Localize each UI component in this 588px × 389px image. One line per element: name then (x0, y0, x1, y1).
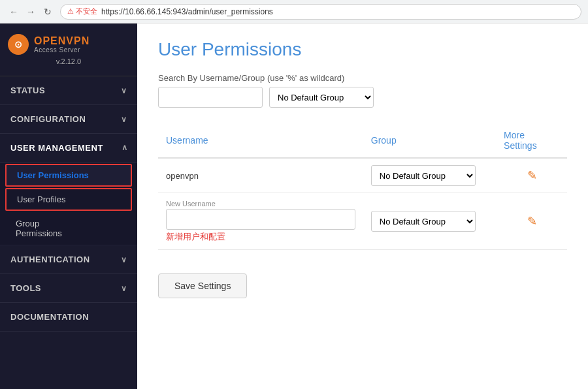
browser-bar: ← → ↻ 不安全 https://10.66.66.145:943/admin… (0, 0, 588, 23)
logo-brand: OPENVPN (34, 35, 90, 47)
th-username: Username (158, 123, 363, 158)
search-controls: No Default Group (158, 87, 567, 108)
status-chevron: ∨ (121, 86, 127, 95)
logo-icon: ⊙ (8, 34, 29, 55)
main-content: User Permissions Search By Username/Grou… (137, 23, 588, 389)
new-username-label: New Username (166, 200, 355, 208)
sidebar-item-authentication[interactable]: AUTHENTICATION ∨ (0, 245, 137, 274)
logo-text: OPENVPN Access Server (34, 35, 90, 54)
logo-version: v.2.12.0 (8, 57, 129, 65)
sidebar-item-group-permissions[interactable]: Group Permissions (0, 212, 137, 245)
new-user-row: New Username 新增用户和配置 No Default Group ✎ (158, 193, 567, 250)
user-profiles-label: User Profiles (17, 194, 65, 204)
address-bar[interactable]: 不安全 https://10.66.66.145:943/admin/user_… (60, 4, 581, 20)
sidebar-item-tools[interactable]: TOOLS ∨ (0, 274, 137, 303)
group-permissions-label2: Permissions (16, 228, 62, 238)
new-user-edit-button[interactable]: ✎ (522, 211, 542, 231)
edit-button[interactable]: ✎ (522, 166, 542, 185)
sidebar-item-um-label: USER MANAGEMENT (10, 143, 103, 153)
more-settings-cell: ✎ (496, 158, 549, 193)
th-group: Group (363, 123, 496, 158)
row-group-select[interactable]: No Default Group (371, 165, 476, 186)
table-row: openvpn No Default Group ✎ (158, 158, 567, 193)
sidebar-item-configuration[interactable]: CONFIGURATION ∨ (0, 105, 137, 134)
new-user-extra-cell (549, 193, 567, 250)
new-user-edit-icon: ✎ (527, 214, 537, 228)
user-permissions-label: User Permissions (17, 170, 89, 180)
back-button[interactable]: ← (7, 5, 21, 19)
logo-sub: Access Server (34, 46, 90, 54)
sidebar-item-docs-label: DOCUMENTATION (10, 312, 89, 322)
nav-buttons: ← → ↻ (7, 5, 55, 19)
auth-chevron: ∨ (121, 255, 127, 264)
sidebar-item-status[interactable]: STATUS ∨ (0, 76, 137, 105)
edit-icon: ✎ (527, 168, 537, 183)
new-user-group-select[interactable]: No Default Group (371, 211, 476, 232)
um-chevron: ∨ (121, 144, 127, 153)
sidebar-item-tools-label: TOOLS (10, 283, 41, 293)
permissions-table: Username Group MoreSettings openvpn No D… (158, 123, 567, 250)
search-label: Search By Username/Group (use '%' as wil… (158, 73, 567, 83)
forward-button[interactable]: → (24, 5, 38, 19)
sidebar-item-user-profiles[interactable]: User Profiles (5, 188, 132, 211)
security-warning: 不安全 (67, 7, 97, 16)
new-user-cell: New Username 新增用户和配置 (158, 193, 363, 250)
group-cell: No Default Group (363, 158, 496, 193)
sidebar-submenu-um: User Permissions User Profiles Group Per… (0, 163, 137, 245)
reload-button[interactable]: ↻ (41, 5, 55, 19)
page-title: User Permissions (158, 39, 567, 60)
new-user-edit-cell: ✎ (496, 193, 549, 250)
sidebar-item-auth-label: AUTHENTICATION (10, 255, 90, 264)
new-username-wrapper: New Username 新增用户和配置 (166, 200, 355, 243)
url-text: https://10.66.66.145:943/admin/user_perm… (101, 7, 273, 16)
search-input[interactable] (158, 87, 263, 108)
tools-chevron: ∨ (121, 284, 127, 293)
new-user-hint: 新增用户和配置 (166, 231, 355, 243)
sidebar-item-status-label: STATUS (10, 86, 45, 95)
username-cell: openvpn (158, 158, 363, 193)
new-username-input[interactable] (166, 209, 355, 230)
search-section: Search By Username/Group (use '%' as wil… (158, 73, 567, 108)
sidebar-item-user-permissions[interactable]: User Permissions (5, 164, 132, 187)
sidebar-logo: ⊙ OPENVPN Access Server v.2.12.0 (0, 23, 137, 76)
sidebar-item-documentation[interactable]: DOCUMENTATION (0, 303, 137, 332)
group-permissions-label: Group (16, 219, 39, 228)
sidebar: ⊙ OPENVPN Access Server v.2.12.0 STATUS … (0, 23, 137, 389)
config-chevron: ∨ (121, 115, 127, 124)
th-extra (549, 123, 567, 158)
extra-cell (549, 158, 567, 193)
th-more-settings: MoreSettings (496, 123, 549, 158)
search-group-select[interactable]: No Default Group (269, 87, 374, 108)
app-container: ⊙ OPENVPN Access Server v.2.12.0 STATUS … (0, 23, 588, 389)
sidebar-item-config-label: CONFIGURATION (10, 114, 86, 124)
save-settings-button[interactable]: Save Settings (158, 273, 247, 298)
new-user-group-cell: No Default Group (363, 193, 496, 250)
sidebar-item-user-management[interactable]: USER MANAGEMENT ∨ (0, 134, 137, 163)
